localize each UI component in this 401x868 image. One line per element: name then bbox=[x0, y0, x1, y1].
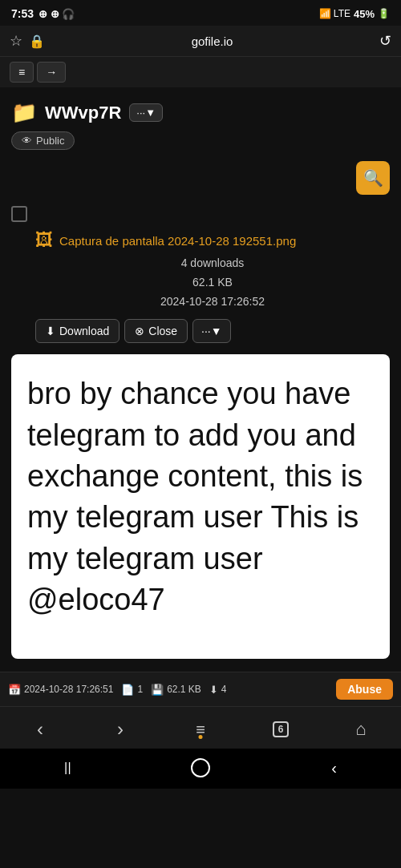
file-actions: ⬇ Download ⊗ Close ···▼ bbox=[35, 319, 390, 343]
android-back-icon: ‹ bbox=[331, 759, 337, 777]
bottom-files-value: 1 bbox=[137, 684, 143, 695]
search-icon: 🔍 bbox=[363, 168, 383, 188]
android-nav: | | ‹ bbox=[0, 749, 401, 789]
folder-header: 📁 WWvp7R ···▼ bbox=[11, 100, 390, 125]
folder-icon: 📁 bbox=[11, 100, 37, 125]
close-icon: ⊗ bbox=[135, 325, 144, 337]
star-icon[interactable]: ☆ bbox=[10, 32, 22, 50]
bottom-files: 📄 1 bbox=[121, 684, 143, 696]
time-display: 7:53 bbox=[11, 7, 34, 20]
browser-forward-button[interactable]: › bbox=[100, 715, 140, 744]
signal-icon: 📶 LTE bbox=[319, 8, 350, 19]
tabs-square-icon: 6 bbox=[273, 721, 290, 737]
file-meta: 4 downloads 62.1 KB 2024-10-28 17:26:52 bbox=[35, 254, 390, 311]
more-label: ···▼ bbox=[201, 325, 222, 337]
abuse-button[interactable]: Abuse bbox=[336, 679, 393, 700]
android-recents-button[interactable]: | | bbox=[49, 757, 84, 779]
bottom-downloads-value: 4 bbox=[221, 684, 227, 695]
android-home-icon bbox=[191, 758, 210, 777]
search-button[interactable]: 🔍 bbox=[356, 161, 390, 195]
status-time: 7:53 ⊕ ⊕ 🎧 bbox=[11, 7, 75, 20]
browser-bar: ☆ 🔒 gofile.io ↺ bbox=[0, 26, 401, 57]
nav-bar: ≡ → bbox=[0, 57, 401, 87]
battery-display: 45% bbox=[354, 8, 375, 20]
browser-home-button[interactable]: ⌂ bbox=[341, 715, 381, 744]
nav-back-label: ≡ bbox=[18, 66, 25, 79]
eye-icon: 👁 bbox=[22, 135, 32, 147]
file-type-icon: 🖼 bbox=[35, 230, 53, 251]
battery-icon: 🔋 bbox=[378, 8, 390, 19]
file-date: 2024-10-28 17:26:52 bbox=[35, 293, 390, 312]
search-row: 🔍 bbox=[11, 161, 390, 195]
android-back-button[interactable]: ‹ bbox=[317, 757, 352, 779]
bottom-date: 📅 2024-10-28 17:26:51 bbox=[8, 684, 113, 696]
file-name-row: 🖼 Captura de pantalla 2024-10-28 192551.… bbox=[35, 230, 390, 251]
url-bar[interactable]: gofile.io bbox=[53, 34, 371, 48]
status-icons: ⊕ ⊕ 🎧 bbox=[38, 8, 75, 20]
notification-dot bbox=[199, 735, 203, 739]
bottom-status-bar: 📅 2024-10-28 17:26:51 📄 1 💾 62.1 KB ⬇ 4 … bbox=[0, 672, 401, 706]
download-icon: ⬇ bbox=[46, 325, 55, 337]
folder-menu-label: ···▼ bbox=[136, 107, 156, 119]
refresh-icon[interactable]: ↺ bbox=[379, 32, 391, 50]
download-count-icon: ⬇ bbox=[209, 684, 218, 696]
storage-icon: 💾 bbox=[151, 684, 164, 696]
android-home-button[interactable] bbox=[183, 757, 218, 779]
message-text: bro by chance you have telegram to add y… bbox=[27, 373, 374, 620]
status-bar: 7:53 ⊕ ⊕ 🎧 📶 LTE 45% 🔋 bbox=[0, 0, 401, 26]
file-name: Captura de pantalla 2024-10-28 192551.pn… bbox=[59, 234, 296, 248]
nav-forward-label: → bbox=[46, 66, 57, 79]
file-checkbox[interactable] bbox=[11, 206, 27, 222]
bottom-size-value: 62.1 KB bbox=[167, 684, 201, 695]
browser-nav-bottom: ‹ › ≡ 6 ⌂ bbox=[0, 706, 401, 749]
browser-back-label: ‹ bbox=[37, 718, 43, 741]
recents-icon: | | bbox=[64, 761, 70, 775]
download-button[interactable]: ⬇ Download bbox=[35, 319, 119, 343]
calendar-icon: 📅 bbox=[8, 684, 21, 696]
main-content: 📁 WWvp7R ···▼ 👁 Public 🔍 🖼 Captura de pa… bbox=[0, 87, 401, 672]
lock-icon: 🔒 bbox=[29, 34, 45, 49]
file-downloads: 4 downloads bbox=[35, 254, 390, 273]
home-icon: ⌂ bbox=[355, 719, 366, 740]
nav-back-button[interactable]: ≡ bbox=[10, 62, 34, 83]
close-label: Close bbox=[148, 325, 177, 337]
bottom-size: 💾 62.1 KB bbox=[151, 684, 201, 696]
more-options-button[interactable]: ···▼ bbox=[192, 319, 231, 343]
status-right: 📶 LTE 45% 🔋 bbox=[319, 8, 390, 20]
download-label: Download bbox=[59, 325, 109, 337]
file-card: 🖼 Captura de pantalla 2024-10-28 192551.… bbox=[11, 230, 390, 343]
browser-left-icons: ☆ 🔒 bbox=[10, 32, 45, 50]
folder-menu-button[interactable]: ···▼ bbox=[129, 103, 163, 122]
browser-forward-label: › bbox=[117, 718, 124, 741]
browser-menu-button[interactable]: ≡ bbox=[180, 715, 221, 744]
file-row bbox=[11, 206, 390, 222]
visibility-badge: 👁 Public bbox=[11, 131, 75, 150]
file-count-icon: 📄 bbox=[121, 684, 134, 696]
nav-forward-button[interactable]: → bbox=[37, 62, 66, 83]
browser-tabs-button[interactable]: 6 bbox=[261, 715, 301, 744]
browser-back-button[interactable]: ‹ bbox=[20, 715, 60, 744]
folder-name: WWvp7R bbox=[45, 103, 121, 123]
bottom-downloads: ⬇ 4 bbox=[209, 684, 227, 696]
close-button[interactable]: ⊗ Close bbox=[124, 319, 188, 343]
bottom-date-value: 2024-10-28 17:26:51 bbox=[24, 684, 113, 695]
message-box: bro by chance you have telegram to add y… bbox=[11, 354, 390, 659]
visibility-label: Public bbox=[36, 135, 64, 147]
file-size: 62.1 KB bbox=[35, 273, 390, 293]
